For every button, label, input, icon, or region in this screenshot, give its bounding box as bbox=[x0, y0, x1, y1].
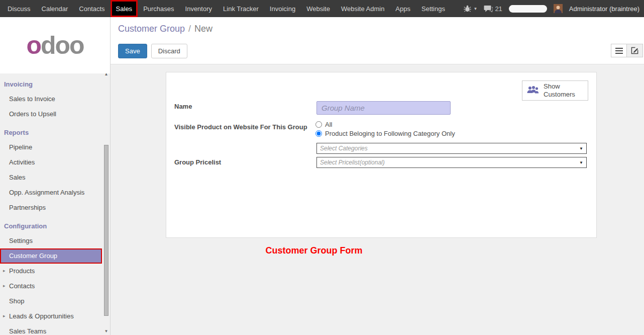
scroll-down-arrow-icon[interactable]: ▼ bbox=[103, 328, 109, 334]
form-view-button[interactable] bbox=[627, 44, 643, 57]
sidebar-section: Configuration Settings Customer Group ▸ … bbox=[0, 215, 110, 335]
user-menu[interactable]: Administrator (braintree) bbox=[569, 5, 639, 13]
radio-all-label[interactable]: All bbox=[325, 121, 332, 128]
show-customers-label: Show Customers bbox=[544, 82, 579, 99]
nav-invoicing[interactable]: Invoicing bbox=[264, 0, 301, 17]
nav-website[interactable]: Website bbox=[301, 0, 336, 17]
caret-down-icon: ▼ bbox=[579, 146, 583, 151]
scrollbar-thumb[interactable] bbox=[104, 145, 109, 316]
expand-arrow-icon: ▸ bbox=[3, 313, 6, 318]
sidebar-item-activities[interactable]: Activities bbox=[0, 155, 110, 170]
annotation-customer-group-form: Customer Group Form bbox=[206, 245, 422, 256]
list-view-button[interactable] bbox=[611, 44, 627, 57]
customer-group-form-card: Show Customers Name Visible Product on W… bbox=[166, 72, 597, 238]
sidebar-item-sales[interactable]: Sales bbox=[0, 170, 110, 185]
control-panel-buttons: Save Discard bbox=[118, 44, 187, 58]
sidebar-item-partnerships[interactable]: Partnerships bbox=[0, 200, 110, 215]
nav-website-admin[interactable]: Website Admin bbox=[336, 0, 390, 17]
expand-arrow-icon: ▸ bbox=[3, 268, 6, 273]
sidebar-item-orders-to-upsell[interactable]: Orders to Upsell bbox=[0, 107, 110, 122]
nav-sales[interactable]: Sales bbox=[111, 0, 138, 17]
nav-settings[interactable]: Settings bbox=[416, 0, 451, 17]
nav-contacts[interactable]: Contacts bbox=[73, 0, 110, 17]
bug-icon bbox=[464, 5, 471, 12]
breadcrumb-new: New bbox=[194, 24, 212, 34]
visibility-option-all: All bbox=[315, 121, 332, 128]
sidebar-item-pipeline[interactable]: Pipeline bbox=[0, 140, 110, 155]
categories-select[interactable]: Select Categories ▼ bbox=[316, 143, 587, 154]
sidebar-item-settings[interactable]: Settings bbox=[0, 233, 110, 248]
radio-all[interactable] bbox=[315, 121, 322, 128]
sidebar-section: Reports Pipeline Activities Sales Opp. A… bbox=[0, 122, 110, 215]
avatar[interactable] bbox=[554, 4, 563, 13]
breadcrumb-customer-group[interactable]: Customer Group bbox=[118, 24, 185, 34]
debug-menu[interactable]: ▼ bbox=[464, 5, 477, 12]
view-switcher bbox=[611, 44, 643, 57]
group-pricelist-label: Group Pricelist bbox=[174, 158, 221, 166]
logo-area: odoo bbox=[0, 17, 110, 73]
edit-form-icon bbox=[631, 47, 638, 54]
expand-arrow-icon: ▸ bbox=[3, 283, 6, 288]
top-navbar: Discuss Calendar Contacts Sales Purchase… bbox=[0, 0, 644, 17]
sidebar-item-label: Leads & Opportunities bbox=[9, 312, 74, 320]
nav-inventory[interactable]: Inventory bbox=[180, 0, 218, 17]
group-name-input[interactable] bbox=[316, 101, 451, 115]
pricelist-select-placeholder: Select Pricelist(optional) bbox=[320, 159, 385, 166]
messages-count: 21 bbox=[495, 5, 502, 13]
nav-purchases[interactable]: Purchases bbox=[138, 0, 179, 17]
sidebar-item-products[interactable]: ▸ Products bbox=[0, 264, 110, 279]
odoo-logo[interactable]: odoo bbox=[26, 33, 83, 58]
sidebar-item-shop[interactable]: Shop bbox=[0, 294, 110, 309]
chat-icon bbox=[484, 5, 493, 13]
top-nav-right: ▼ 21 Administrator (braintree) bbox=[464, 0, 644, 17]
visibility-option-category: Product Beloging to Following Category O… bbox=[315, 130, 455, 137]
sidebar: odoo Invoicing Sales to Invoice Orders t… bbox=[0, 17, 111, 335]
breadcrumb: Customer Group/New bbox=[118, 24, 212, 34]
radio-category[interactable] bbox=[315, 130, 322, 137]
progress-pill bbox=[509, 5, 547, 13]
customers-icon bbox=[526, 85, 540, 96]
sidebar-item-opp-assignment-analysis[interactable]: Opp. Assignment Analysis bbox=[0, 185, 110, 200]
nav-apps[interactable]: Apps bbox=[390, 0, 416, 17]
discard-button[interactable]: Discard bbox=[151, 44, 187, 58]
radio-category-label[interactable]: Product Beloging to Following Category O… bbox=[325, 130, 455, 137]
save-button[interactable]: Save bbox=[118, 44, 147, 58]
breadcrumb-separator: / bbox=[188, 24, 191, 34]
scroll-up-arrow-icon[interactable]: ▲ bbox=[103, 71, 109, 77]
nav-calendar[interactable]: Calendar bbox=[36, 0, 74, 17]
sidebar-item-leads-opportunities[interactable]: ▸ Leads & Opportunities bbox=[0, 309, 110, 324]
visibility-label: Visible Product on Website For This Grou… bbox=[174, 123, 307, 131]
logo-rest: doo bbox=[41, 31, 84, 59]
name-label: Name bbox=[174, 103, 192, 110]
content-body: Show Customers Name Visible Product on W… bbox=[111, 64, 644, 335]
app-window: Discuss Calendar Contacts Sales Purchase… bbox=[0, 0, 644, 335]
sidebar-item-label: Products bbox=[9, 267, 35, 275]
top-nav-menus: Discuss Calendar Contacts Sales Purchase… bbox=[0, 0, 451, 17]
nav-discuss[interactable]: Discuss bbox=[2, 0, 36, 17]
control-panel: Customer Group/New Save Discard bbox=[111, 17, 644, 64]
sidebar-menu: Invoicing Sales to Invoice Orders to Ups… bbox=[0, 73, 110, 335]
main-content: Customer Group/New Save Discard bbox=[111, 17, 644, 335]
sidebar-section-title-reports: Reports bbox=[0, 122, 110, 140]
list-icon bbox=[615, 48, 623, 54]
categories-select-placeholder: Select Categories bbox=[320, 145, 368, 152]
messages-indicator[interactable]: 21 bbox=[484, 5, 502, 13]
sidebar-item-sales-teams[interactable]: Sales Teams bbox=[0, 324, 110, 335]
sidebar-item-label: Contacts bbox=[9, 282, 35, 290]
nav-link-tracker[interactable]: Link Tracker bbox=[218, 0, 264, 17]
caret-down-icon: ▼ bbox=[473, 7, 477, 11]
sidebar-item-customer-group[interactable]: Customer Group bbox=[0, 248, 102, 264]
pricelist-select[interactable]: Select Pricelist(optional) ▼ bbox=[316, 157, 587, 168]
show-customers-button[interactable]: Show Customers bbox=[522, 80, 588, 101]
sidebar-scrollbar: ▲ ▼ bbox=[103, 71, 109, 334]
sidebar-section-title-configuration: Configuration bbox=[0, 215, 110, 233]
sidebar-section-title-invoicing: Invoicing bbox=[0, 75, 110, 92]
sidebar-section: Invoicing Sales to Invoice Orders to Ups… bbox=[0, 75, 110, 122]
sidebar-item-contacts[interactable]: ▸ Contacts bbox=[0, 279, 110, 294]
caret-down-icon: ▼ bbox=[579, 160, 583, 165]
sidebar-item-sales-to-invoice[interactable]: Sales to Invoice bbox=[0, 92, 110, 107]
logo-letter: o bbox=[26, 31, 41, 59]
